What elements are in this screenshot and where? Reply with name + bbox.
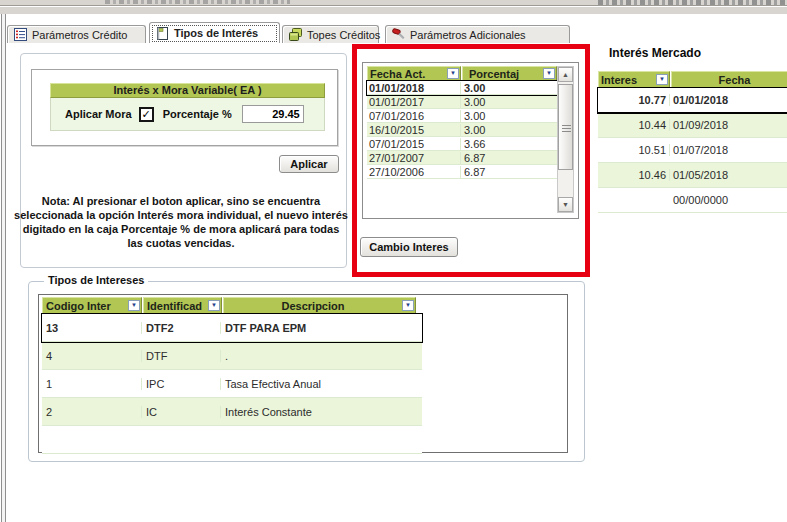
aplicar-mora-label: Aplicar Mora xyxy=(65,108,132,120)
table-row[interactable]: 01/01/2018 3.00 xyxy=(367,81,557,95)
tipos-intereses-table: Codigo Inter ▼ Identificad ▼ Descripcion… xyxy=(42,297,422,454)
tab-parametros-adicionales[interactable]: Parámetros Adicionales xyxy=(385,25,570,43)
table-row[interactable]: 10.77 01/01/2018 xyxy=(598,88,787,113)
table-row[interactable]: 27/10/2006 6.87 xyxy=(367,165,557,179)
aplicar-button[interactable]: Aplicar xyxy=(279,155,339,173)
tab-parametros-credito[interactable]: Parámetros Crédito xyxy=(7,25,146,43)
cell-fecha: 07/01/2015 xyxy=(367,138,461,150)
mora-box-header: Interés x Mora Variable( EA ) xyxy=(50,83,325,98)
cell-fecha: 01/09/2018 xyxy=(670,119,787,131)
cell-codigo: 13 xyxy=(42,322,142,334)
cell-descripcion: . xyxy=(221,350,414,362)
titlebar-clipped-text-left xyxy=(105,0,290,4)
cell-fecha: 00/00/0000 xyxy=(670,194,787,206)
table-row[interactable]: 13 DTF2 DTF PARA EPM xyxy=(42,314,422,342)
cell-descripcion: Tasa Efectiva Anual xyxy=(221,378,414,390)
column-header-codigo[interactable]: Codigo Inter ▼ xyxy=(42,297,142,314)
cell-fecha: 01/07/2018 xyxy=(670,144,787,156)
tab-focus-outline xyxy=(153,26,276,41)
cell-identificador: DTF xyxy=(142,350,221,362)
rate-history-grid: Fecha Act. ▼ Porcentaj ▼ 01/01/2018 3.00… xyxy=(362,62,579,219)
cell-fecha: 01/01/2018 xyxy=(670,94,787,106)
tab-label: Parámetros Crédito xyxy=(32,29,127,41)
cambio-interes-button[interactable]: Cambio Interes xyxy=(360,237,458,257)
column-filter-dropdown-icon[interactable]: ▼ xyxy=(208,300,220,311)
cell-porcentaje: 6.87 xyxy=(461,166,556,178)
column-header-porcentaje[interactable]: Porcentaj ▼ xyxy=(462,66,557,81)
column-header-label: Fecha Act. xyxy=(370,68,425,80)
table-row[interactable] xyxy=(42,426,422,454)
cell-descripcion: Interés Constante xyxy=(221,406,414,418)
cell-codigo: 1 xyxy=(42,378,142,390)
aplicar-mora-checkbox[interactable]: ✓ xyxy=(139,107,154,122)
cell-fecha: 01/01/2017 xyxy=(367,96,461,108)
porcentaje-input[interactable] xyxy=(242,105,304,123)
column-filter-dropdown-icon[interactable]: ▼ xyxy=(402,300,414,311)
scrollbar-grip xyxy=(562,125,571,132)
stacked-windows-icon xyxy=(289,28,302,41)
titlebar-divider xyxy=(0,5,787,7)
cell-porcentaje: 6.87 xyxy=(461,152,556,164)
scroll-down-icon[interactable]: ▼ xyxy=(558,197,573,212)
column-header-fecha-act[interactable]: Fecha Act. ▼ xyxy=(367,66,461,81)
vertical-scrollbar[interactable]: ▲ ▼ xyxy=(557,66,574,213)
table-row[interactable]: 07/01/2015 3.66 xyxy=(367,137,557,151)
cell-identificador: IC xyxy=(142,406,221,418)
column-filter-dropdown-icon[interactable]: ▼ xyxy=(128,300,140,311)
cell-interes: 10.77 xyxy=(598,94,670,106)
cell-fecha: 27/10/2006 xyxy=(367,166,461,178)
column-header-label: Fecha xyxy=(719,74,751,86)
column-filter-dropdown-icon[interactable]: ▼ xyxy=(543,68,555,79)
column-header-fecha[interactable]: Fecha xyxy=(671,71,787,88)
table-row[interactable]: 16/10/2015 3.00 xyxy=(367,123,557,137)
mora-controls-row: Aplicar Mora ✓ Porcentaje % xyxy=(50,98,325,131)
column-header-interes[interactable]: Interes ▼ xyxy=(598,71,670,88)
form-icon xyxy=(14,28,27,41)
interes-mercado-title: Interés Mercado xyxy=(609,46,701,60)
scrollbar-thumb[interactable] xyxy=(558,84,573,170)
cell-codigo: 4 xyxy=(42,350,142,362)
column-header-label: Identificad xyxy=(147,300,202,312)
cell-porcentaje: 3.00 xyxy=(461,110,556,122)
tab-tipos-de-interes[interactable]: Tipos de Interés xyxy=(149,22,280,43)
column-filter-dropdown-icon[interactable]: ▼ xyxy=(656,74,668,85)
cell-fecha: 27/01/2007 xyxy=(367,152,461,164)
cell-fecha: 01/05/2018 xyxy=(670,169,787,181)
porcentaje-label: Porcentaje % xyxy=(163,108,232,120)
table-row[interactable]: 07/01/2016 3.00 xyxy=(367,109,557,123)
table-row[interactable]: 27/01/2007 6.87 xyxy=(367,151,557,165)
table-row[interactable]: 10.46 01/05/2018 xyxy=(598,163,787,188)
table-row[interactable]: 1 IPC Tasa Efectiva Anual xyxy=(42,370,422,398)
window-left-border xyxy=(1,14,6,522)
cell-porcentaje: 3.00 xyxy=(461,96,556,108)
cell-interes: 10.44 xyxy=(598,119,670,131)
cell-interes: 10.51 xyxy=(598,144,670,156)
cell-porcentaje: 3.00 xyxy=(461,124,556,136)
scroll-up-icon[interactable]: ▲ xyxy=(558,67,573,82)
screwdriver-icon xyxy=(392,28,405,41)
table-row[interactable]: 10.44 01/09/2018 xyxy=(598,113,787,138)
table-row[interactable]: 10.51 01/07/2018 xyxy=(598,138,787,163)
table-row[interactable]: 2 IC Interés Constante xyxy=(42,398,422,426)
mora-note: Nota: Al presionar el boton aplicar, sin… xyxy=(14,194,348,250)
cell-fecha: 01/01/2018 xyxy=(367,82,461,94)
table-row[interactable]: 4 DTF . xyxy=(42,342,422,370)
table-row[interactable]: 01/01/2017 3.00 xyxy=(367,95,557,109)
cell-fecha: 07/01/2016 xyxy=(367,110,461,122)
tab-topes-creditos[interactable]: Topes Créditos xyxy=(282,25,379,43)
rate-history-table: Fecha Act. ▼ Porcentaj ▼ 01/01/2018 3.00… xyxy=(367,66,557,179)
app-window: Parámetros Crédito Tipos de Interés Tope… xyxy=(0,0,787,522)
cell-interes: 10.46 xyxy=(598,169,670,181)
interes-mercado-header: Interes ▼ Fecha xyxy=(598,71,787,88)
column-header-label: Porcentaj xyxy=(469,68,519,80)
cell-identificador: DTF2 xyxy=(142,322,221,334)
cell-codigo: 2 xyxy=(42,406,142,418)
column-header-descripcion[interactable]: Descripcion ▼ xyxy=(223,297,416,314)
cell-identificador: IPC xyxy=(142,378,221,390)
tab-label: Topes Créditos xyxy=(307,29,380,41)
column-filter-dropdown-icon[interactable]: ▼ xyxy=(447,68,459,79)
column-header-label: Descripcion xyxy=(282,300,345,312)
cell-fecha: 16/10/2015 xyxy=(367,124,461,136)
table-row[interactable]: 00/00/0000 xyxy=(598,188,787,213)
column-header-identificador[interactable]: Identificad ▼ xyxy=(143,297,222,314)
